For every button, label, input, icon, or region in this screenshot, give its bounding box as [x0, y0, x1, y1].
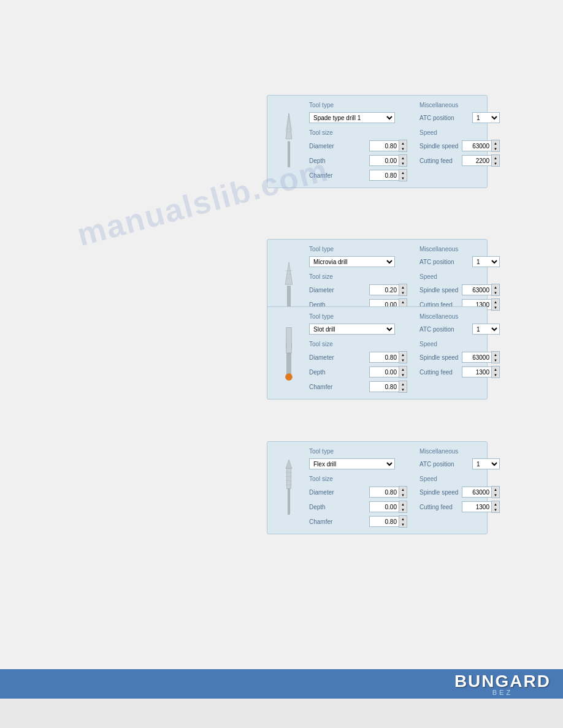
spindle-spinner-4: ▲ ▼: [462, 486, 500, 498]
tool-type-select-4[interactable]: Spade type drill 1 Microvia drill Slot d…: [309, 458, 395, 469]
svg-rect-15: [287, 468, 291, 489]
cutting-up-2[interactable]: ▲: [492, 299, 499, 305]
spindle-label-3: Spindle speed: [419, 354, 459, 361]
misc-section-4: Miscellaneous ATC position 123 Speed Spi…: [419, 448, 500, 528]
depth-up-4[interactable]: ▲: [399, 501, 407, 507]
atc-select-2[interactable]: 123: [472, 256, 500, 267]
tool-size-label-4: Tool size: [309, 476, 407, 482]
chamfer-up-1[interactable]: ▲: [399, 170, 407, 175]
spindle-spinner-3: ▲ ▼: [462, 351, 500, 363]
depth-up-1[interactable]: ▲: [399, 155, 407, 161]
chamfer-down-4[interactable]: ▼: [399, 521, 407, 527]
spindle-spinner-btns-4: ▲ ▼: [491, 486, 500, 498]
depth-input-4[interactable]: [369, 501, 399, 512]
atc-select-4[interactable]: 123: [472, 458, 500, 469]
chamfer-input-3[interactable]: [369, 381, 399, 392]
logo-area: BUNGARD BEZ: [454, 672, 551, 696]
chamfer-label-4: Chamfer: [309, 518, 349, 525]
cutting-down-4[interactable]: ▼: [492, 507, 499, 512]
tool-image-flex: [274, 448, 304, 528]
diameter-up-3[interactable]: ▲: [399, 352, 407, 357]
chamfer-spinner-4: ▲ ▼: [369, 515, 407, 528]
flex-drill-icon: [277, 457, 301, 518]
spindle-input-2[interactable]: [462, 284, 491, 295]
cutting-down-3[interactable]: ▼: [492, 372, 499, 377]
misc-label-2: Miscellaneous: [419, 246, 500, 252]
chamfer-spinner-1: ▲ ▼: [369, 169, 407, 181]
diameter-spinner-1: ▲ ▼: [369, 140, 407, 152]
depth-input-3[interactable]: [369, 366, 399, 377]
spindle-input-1[interactable]: [462, 140, 491, 151]
spindle-up-2[interactable]: ▲: [492, 284, 499, 290]
cutting-input-1[interactable]: [462, 155, 491, 166]
diameter-row-4: Diameter ▲ ▼: [309, 486, 407, 498]
diameter-up-2[interactable]: ▲: [399, 284, 407, 290]
spindle-row-2: Spindle speed ▲ ▼: [419, 284, 500, 296]
spindle-input-3[interactable]: [462, 352, 491, 363]
diameter-down-4[interactable]: ▼: [399, 492, 407, 498]
cutting-down-2[interactable]: ▼: [492, 305, 499, 310]
depth-down-3[interactable]: ▼: [399, 372, 407, 377]
diameter-input-2[interactable]: [369, 284, 399, 295]
speed-label-3: Speed: [419, 341, 500, 347]
depth-down-4[interactable]: ▼: [399, 507, 407, 512]
diameter-input-3[interactable]: [369, 352, 399, 363]
spindle-input-4[interactable]: [462, 487, 491, 498]
chamfer-down-1[interactable]: ▼: [399, 175, 407, 181]
speed-label-4: Speed: [419, 476, 500, 482]
cutting-spinner-1: ▲ ▼: [462, 154, 500, 167]
diameter-down-1[interactable]: ▼: [399, 146, 407, 151]
diameter-input-1[interactable]: [369, 140, 399, 151]
diameter-label-4: Diameter: [309, 489, 349, 496]
cutting-down-1[interactable]: ▼: [492, 161, 499, 166]
spindle-row-4: Spindle speed ▲ ▼: [419, 486, 500, 498]
diameter-spinner-btns-2: ▲ ▼: [399, 284, 407, 296]
tool-form-3: Tool type Spade type drill 1 Microvia dr…: [309, 313, 500, 393]
chamfer-input-1[interactable]: [369, 170, 399, 181]
depth-down-1[interactable]: ▼: [399, 161, 407, 166]
spindle-label-1: Spindle speed: [419, 143, 459, 150]
depth-input-1[interactable]: [369, 155, 399, 166]
spindle-up-4[interactable]: ▲: [492, 487, 499, 492]
cutting-input-3[interactable]: [462, 366, 491, 377]
cutting-up-1[interactable]: ▲: [492, 155, 499, 161]
depth-up-2[interactable]: ▲: [399, 299, 407, 305]
atc-select-1[interactable]: 123: [472, 112, 500, 123]
depth-row-3: Depth ▲ ▼: [309, 366, 407, 378]
tool-type-section-4: Tool type Spade type drill 1 Microvia dr…: [309, 448, 407, 528]
cutting-input-4[interactable]: [462, 501, 491, 512]
cutting-label-1: Cutting feed: [419, 157, 459, 164]
atc-select-3[interactable]: 123: [472, 324, 500, 335]
spindle-down-3[interactable]: ▼: [492, 357, 499, 363]
tool-type-select-1[interactable]: Spade type drill 1 Spade type drill 2 Mi…: [309, 112, 395, 123]
cutting-up-4[interactable]: ▲: [492, 501, 499, 507]
tool-type-select-2[interactable]: Spade type drill 1 Microvia drill Slot d…: [309, 256, 395, 267]
spindle-down-2[interactable]: ▼: [492, 290, 499, 295]
chamfer-up-4[interactable]: ▲: [399, 516, 407, 521]
chamfer-input-4[interactable]: [369, 516, 399, 527]
chamfer-up-3[interactable]: ▲: [399, 381, 407, 387]
diameter-input-4[interactable]: [369, 487, 399, 498]
diameter-down-2[interactable]: ▼: [399, 290, 407, 295]
depth-up-3[interactable]: ▲: [399, 366, 407, 372]
tool-panel-4: Tool type Spade type drill 1 Microvia dr…: [267, 441, 488, 534]
svg-point-13: [285, 373, 293, 381]
diameter-label-1: Diameter: [309, 143, 349, 150]
cutting-spinner-btns-2: ▲ ▼: [491, 298, 500, 311]
cutting-label-3: Cutting feed: [419, 369, 459, 376]
spindle-up-1[interactable]: ▲: [492, 140, 499, 146]
diameter-up-4[interactable]: ▲: [399, 487, 407, 492]
tool-type-dropdown-row-2: Spade type drill 1 Microvia drill Slot d…: [309, 256, 407, 267]
cutting-up-3[interactable]: ▲: [492, 366, 499, 372]
chamfer-spinner-btns-4: ▲ ▼: [399, 515, 407, 528]
cutting-row-1: Cutting feed ▲ ▼: [419, 154, 500, 167]
tool-type-select-3[interactable]: Spade type drill 1 Microvia drill Slot d…: [309, 324, 395, 335]
chamfer-down-3[interactable]: ▼: [399, 387, 407, 392]
chamfer-label-3: Chamfer: [309, 384, 349, 390]
diameter-down-3[interactable]: ▼: [399, 357, 407, 363]
spindle-down-4[interactable]: ▼: [492, 492, 499, 498]
spindle-up-3[interactable]: ▲: [492, 352, 499, 357]
spindle-down-1[interactable]: ▼: [492, 146, 499, 151]
diameter-up-1[interactable]: ▲: [399, 140, 407, 146]
tool-type-dropdown-row-4: Spade type drill 1 Microvia drill Slot d…: [309, 458, 407, 469]
